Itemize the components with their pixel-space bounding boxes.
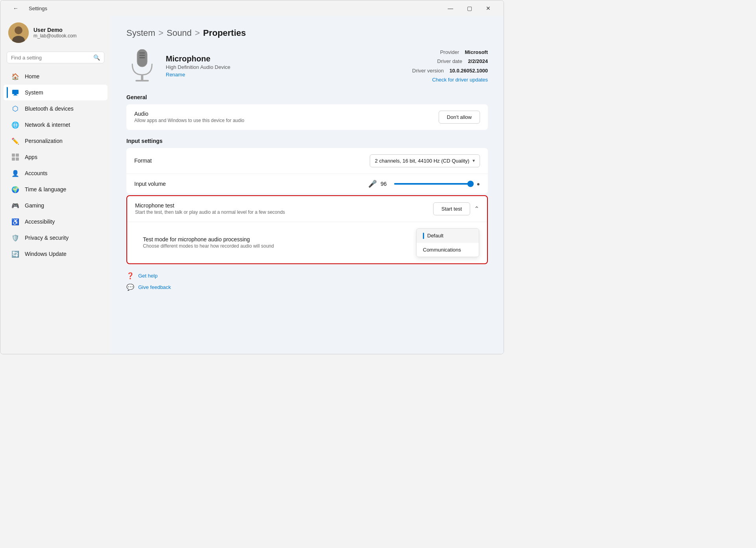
sidebar-item-windows-update[interactable]: 🔄 Windows Update bbox=[4, 246, 107, 262]
close-button[interactable]: ✕ bbox=[479, 2, 497, 15]
svg-rect-9 bbox=[16, 157, 19, 161]
sidebar-item-time[interactable]: 🌍 Time & language bbox=[4, 181, 107, 197]
driver-date-value: 2/2/2024 bbox=[468, 58, 488, 64]
sidebar-item-gaming[interactable]: 🎮 Gaming bbox=[4, 198, 107, 213]
sidebar: User Demo m_lab@outlook.com 🔍 🏠 Home bbox=[0, 16, 111, 354]
home-icon: 🏠 bbox=[11, 72, 19, 80]
sidebar-item-system[interactable]: System bbox=[4, 85, 107, 100]
sidebar-item-bluetooth[interactable]: ⬡ Bluetooth & devices bbox=[4, 101, 107, 117]
sidebar-item-personalization[interactable]: ✏️ Personalization bbox=[4, 133, 107, 149]
give-feedback-label: Give feedback bbox=[138, 284, 171, 290]
breadcrumb-sound: Sound bbox=[167, 28, 192, 38]
device-header: Microphone High Definition Audio Device … bbox=[126, 48, 488, 85]
general-card: Audio Allow apps and Windows to use this… bbox=[126, 104, 488, 130]
dropdown-item-default[interactable]: Default bbox=[417, 229, 479, 243]
sidebar-nav: 🏠 Home System ⬡ Bluetooth & de bbox=[0, 68, 111, 262]
format-row: Format 2 channels, 16 bit, 44100 Hz (CD … bbox=[126, 148, 488, 174]
window-title: Settings bbox=[29, 6, 47, 11]
bluetooth-icon: ⬡ bbox=[11, 105, 19, 113]
user-info: User Demo m_lab@outlook.com bbox=[33, 27, 77, 39]
device-icon-container bbox=[126, 48, 158, 84]
sidebar-item-label: Time & language bbox=[25, 186, 66, 193]
breadcrumb-sep1: > bbox=[158, 28, 163, 38]
dropdown-item-communications[interactable]: Communications bbox=[417, 243, 479, 257]
sidebar-item-accessibility[interactable]: ♿ Accessibility bbox=[4, 214, 107, 230]
input-settings-card: Format 2 channels, 16 bit, 44100 Hz (CD … bbox=[126, 148, 488, 194]
gaming-icon: 🎮 bbox=[11, 202, 19, 209]
mic-test-actions: Start test ⌃ bbox=[433, 202, 479, 215]
search-icon: 🔍 bbox=[93, 54, 100, 61]
svg-rect-3 bbox=[12, 90, 19, 94]
format-value: 2 channels, 16 bit, 44100 Hz (CD Quality… bbox=[375, 158, 469, 164]
collapse-icon[interactable]: ⌃ bbox=[474, 205, 479, 213]
volume-end-icon: ● bbox=[477, 181, 480, 187]
user-profile[interactable]: User Demo m_lab@outlook.com bbox=[0, 16, 111, 49]
search-container: 🔍 bbox=[0, 49, 111, 68]
test-mode-title: Test mode for microphone audio processin… bbox=[143, 236, 408, 243]
breadcrumb-system: System bbox=[126, 28, 155, 38]
driver-update-link[interactable]: Check for driver updates bbox=[432, 77, 488, 83]
windows-update-icon: 🔄 bbox=[11, 250, 19, 258]
format-action: 2 channels, 16 bit, 44100 Hz (CD Quality… bbox=[370, 154, 480, 167]
driver-version-label: Driver version bbox=[412, 68, 444, 74]
breadcrumb: System > Sound > Properties bbox=[126, 28, 488, 38]
privacy-icon: 🛡️ bbox=[11, 234, 19, 242]
minimize-button[interactable]: — bbox=[441, 2, 460, 15]
format-label: Format bbox=[134, 157, 362, 164]
mic-test-title: Microphone test bbox=[135, 202, 433, 209]
search-box: 🔍 bbox=[7, 52, 104, 63]
network-icon: 🌐 bbox=[11, 121, 19, 129]
dont-allow-button[interactable]: Don't allow bbox=[439, 111, 480, 124]
volume-row: Input volume 🎤 96 ● bbox=[126, 174, 488, 194]
search-input[interactable] bbox=[11, 55, 90, 61]
volume-slider-track bbox=[394, 183, 473, 185]
get-help-icon: ❓ bbox=[126, 272, 134, 280]
rename-link[interactable]: Rename bbox=[166, 72, 404, 78]
svg-rect-14 bbox=[141, 75, 143, 80]
mic-test-subtitle: Start the test, then talk or play audio … bbox=[135, 209, 433, 215]
main-content: System > Sound > Properties bbox=[111, 16, 504, 354]
mic-test-section: Microphone test Start the test, then tal… bbox=[126, 195, 488, 264]
sidebar-item-home[interactable]: 🏠 Home bbox=[4, 68, 107, 84]
sidebar-item-apps[interactable]: Apps bbox=[4, 149, 107, 165]
maximize-button[interactable]: ▢ bbox=[460, 2, 478, 15]
settings-window: ← Settings — ▢ ✕ User Demo bbox=[0, 0, 504, 354]
driver-info: Provider Microsoft Driver date 2/2/2024 … bbox=[412, 48, 488, 85]
audio-title: Audio bbox=[134, 111, 431, 117]
sidebar-item-label: Bluetooth & devices bbox=[25, 106, 74, 112]
provider-value: Microsoft bbox=[465, 49, 488, 55]
sidebar-item-network[interactable]: 🌐 Network & internet bbox=[4, 117, 107, 133]
titlebar: ← Settings — ▢ ✕ bbox=[0, 0, 504, 16]
give-feedback-link[interactable]: 💬 Give feedback bbox=[126, 283, 488, 291]
chevron-down-icon: ▾ bbox=[472, 158, 475, 163]
avatar bbox=[8, 22, 29, 43]
svg-rect-6 bbox=[12, 154, 15, 157]
svg-point-1 bbox=[15, 26, 22, 34]
input-settings-header: Input settings bbox=[126, 138, 488, 144]
personalization-icon: ✏️ bbox=[11, 137, 19, 145]
user-name: User Demo bbox=[33, 27, 77, 33]
sidebar-item-label: Accessibility bbox=[25, 218, 55, 225]
sidebar-item-accounts[interactable]: 👤 Accounts bbox=[4, 165, 107, 181]
volume-slider-thumb[interactable] bbox=[467, 181, 474, 187]
bottom-links: ❓ Get help 💬 Give feedback bbox=[126, 272, 488, 291]
back-button[interactable]: ← bbox=[7, 2, 25, 15]
format-dropdown[interactable]: 2 channels, 16 bit, 44100 Hz (CD Quality… bbox=[370, 154, 480, 167]
sidebar-item-privacy[interactable]: 🛡️ Privacy & security bbox=[4, 230, 107, 246]
user-email: m_lab@outlook.com bbox=[33, 33, 77, 39]
svg-rect-11 bbox=[139, 52, 145, 54]
provider-label: Provider bbox=[440, 49, 459, 55]
mic-test-header: Microphone test Start the test, then tal… bbox=[127, 196, 487, 222]
svg-rect-13 bbox=[139, 57, 145, 58]
titlebar-controls: — ▢ ✕ bbox=[441, 2, 497, 15]
test-mode-info: Test mode for microphone audio processin… bbox=[143, 236, 408, 249]
audio-info: Audio Allow apps and Windows to use this… bbox=[134, 111, 431, 123]
start-test-button[interactable]: Start test bbox=[433, 202, 470, 215]
audio-row: Audio Allow apps and Windows to use this… bbox=[126, 104, 488, 130]
test-mode-subtitle: Choose different modes to hear how recor… bbox=[143, 243, 408, 249]
volume-label: Input volume bbox=[134, 181, 363, 187]
get-help-label: Get help bbox=[138, 273, 158, 279]
get-help-link[interactable]: ❓ Get help bbox=[126, 272, 488, 280]
dropdown-option-communications: Communications bbox=[423, 247, 461, 253]
driver-date-label: Driver date bbox=[437, 58, 462, 64]
